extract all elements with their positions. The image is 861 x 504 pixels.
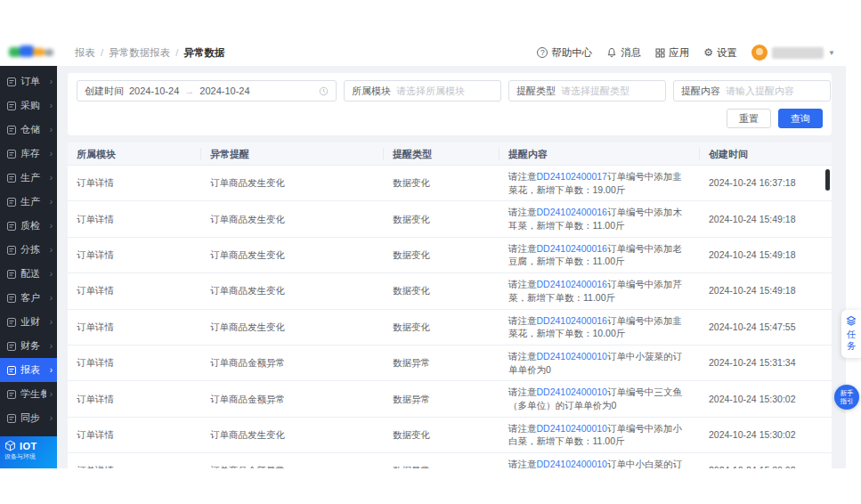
alert-content-label: 提醒内容 bbox=[681, 85, 720, 98]
cell-time: 2024-10-24 16:37:18 bbox=[700, 172, 832, 194]
query-button[interactable]: 查询 bbox=[778, 109, 823, 128]
order-number-link[interactable]: DD24102400010 bbox=[537, 351, 607, 362]
chevron-right-icon: › bbox=[50, 293, 53, 303]
sidebar-item-production[interactable]: 生产 › bbox=[0, 166, 57, 190]
sidebar-item-production-2[interactable]: 生产 › bbox=[0, 190, 57, 214]
settings-button[interactable]: ⚙ 设置 bbox=[703, 46, 737, 60]
order-number-link[interactable]: DD24102400010 bbox=[537, 423, 607, 434]
date-range-picker[interactable]: 创建时间 2024-10-24 → 2024-10-24 bbox=[77, 80, 337, 102]
menu-icon bbox=[6, 101, 17, 111]
module-select-input[interactable] bbox=[396, 85, 493, 96]
chevron-right-icon: › bbox=[50, 269, 53, 279]
table-row[interactable]: 订单详情 订单商品金额异常 数据异常 请注意DD24102400010订单中小菠… bbox=[68, 345, 832, 381]
sidebar-item-sorting[interactable]: 分拣 › bbox=[0, 238, 57, 262]
scrollbar-thumb[interactable] bbox=[825, 169, 830, 191]
menu-icon bbox=[6, 317, 17, 328]
table-row[interactable]: 订单详情 订单商品发生变化 数据变化 请注意DD24102400016订单编号中… bbox=[68, 273, 832, 309]
iot-title: IOT bbox=[20, 441, 37, 451]
table-row[interactable]: 订单详情 订单商品发生变化 数据变化 请注意DD24102400010订单编号中… bbox=[68, 418, 832, 453]
sidebar-item-sync[interactable]: 同步 › bbox=[0, 406, 57, 430]
alert-type-label: 提醒类型 bbox=[516, 85, 556, 98]
chevron-right-icon: › bbox=[50, 365, 53, 375]
breadcrumb-item[interactable]: 异常数据报表 bbox=[109, 46, 170, 60]
chevron-right-icon: › bbox=[50, 149, 53, 159]
order-number-link[interactable]: DD24102400016 bbox=[537, 279, 607, 289]
date-from-value[interactable]: 2024-10-24 bbox=[129, 85, 179, 96]
order-number-link[interactable]: DD24102400010 bbox=[537, 459, 607, 468]
settings-label: 设置 bbox=[717, 46, 737, 60]
reset-button[interactable]: 重置 bbox=[727, 109, 771, 128]
chevron-down-icon: ▼ bbox=[828, 49, 835, 57]
task-float-tab[interactable]: 任务 bbox=[841, 310, 861, 358]
apps-button[interactable]: 应用 bbox=[655, 46, 689, 60]
order-number-link[interactable]: DD24102400016 bbox=[537, 207, 607, 217]
column-header-type: 提醒类型 bbox=[384, 148, 500, 160]
table-row[interactable]: 订单详情 订单商品发生变化 数据变化 请注意DD24102400016订单编号中… bbox=[68, 238, 832, 273]
cell-type: 数据变化 bbox=[384, 280, 500, 302]
cell-type: 数据异常 bbox=[384, 388, 500, 411]
alert-content-input[interactable] bbox=[726, 85, 823, 96]
cell-content: 请注意DD24102400016订单编号中添加韭菜花，新增下单数：10.00斤 bbox=[500, 310, 700, 345]
sidebar-item-label: 分拣 bbox=[20, 243, 46, 256]
cell-module: 订单详情 bbox=[68, 388, 201, 411]
chevron-right-icon: › bbox=[50, 317, 53, 327]
menu-icon bbox=[6, 173, 17, 183]
cell-module: 订单详情 bbox=[68, 208, 201, 231]
order-number-link[interactable]: DD24102400010 bbox=[537, 386, 607, 397]
cell-module: 订单详情 bbox=[68, 459, 201, 468]
alert-type-select-input[interactable] bbox=[561, 85, 658, 96]
sidebar-item-delivery[interactable]: 配送 › bbox=[0, 262, 57, 286]
sidebar-item-finance[interactable]: 财务 › bbox=[0, 334, 57, 358]
sidebar-item-purchase[interactable]: 采购 › bbox=[0, 93, 57, 118]
guide-label-line1: 新手 bbox=[841, 389, 854, 397]
help-center-button[interactable]: ? 帮助中心 bbox=[537, 46, 592, 60]
sidebar-item-student-meals[interactable]: 学生餐 › bbox=[0, 382, 57, 406]
cell-time: 2024-10-24 15:49:18 bbox=[700, 280, 832, 302]
cell-time: 2024-10-24 15:30:02 bbox=[700, 388, 832, 411]
top-bar: 报表 异常数据报表 异常数据 ? 帮助中心 消息 bbox=[0, 39, 846, 66]
sidebar-menu: 订单 › 采购 › 仓储 › 库存 › bbox=[0, 69, 57, 430]
user-menu[interactable]: ▼ bbox=[751, 45, 835, 61]
results-table: 所属模块 异常提醒 提醒类型 提醒内容 创建时间 订单详情 订单商品发生变化 数… bbox=[68, 142, 832, 468]
cell-type: 数据异常 bbox=[384, 459, 500, 468]
sidebar-item-reports[interactable]: 报表 › bbox=[0, 358, 57, 382]
sidebar-item-label: 同步 bbox=[20, 411, 46, 425]
iot-badge[interactable]: IOT 设备与环境 bbox=[0, 436, 57, 468]
date-to-value[interactable]: 2024-10-24 bbox=[199, 85, 249, 96]
sidebar-item-label: 报表 bbox=[20, 363, 46, 377]
sidebar-item-business-finance[interactable]: 业财 › bbox=[0, 310, 57, 334]
sidebar-item-warehouse[interactable]: 仓储 › bbox=[0, 118, 57, 142]
messages-button[interactable]: 消息 bbox=[606, 46, 641, 60]
table-row[interactable]: 订单详情 订单商品金额异常 数据异常 请注意DD24102400010订单中小白… bbox=[68, 453, 832, 468]
clock-icon bbox=[319, 86, 329, 96]
guide-float-button[interactable]: 新手 指引 bbox=[834, 385, 859, 410]
breadcrumb-separator bbox=[101, 47, 103, 58]
breadcrumb-item[interactable]: 报表 bbox=[75, 46, 95, 60]
cell-alert: 订单商品发生变化 bbox=[201, 316, 384, 338]
table-row[interactable]: 订单详情 订单商品发生变化 数据变化 请注意DD24102400016订单编号中… bbox=[68, 310, 832, 345]
table-row[interactable]: 订单详情 订单商品发生变化 数据变化 请注意DD24102400017订单编号中… bbox=[68, 166, 832, 201]
order-number-link[interactable]: DD24102400017 bbox=[537, 171, 607, 182]
sidebar-item-qc[interactable]: 质检 › bbox=[0, 214, 57, 238]
cell-module: 订单详情 bbox=[68, 352, 201, 374]
cell-content: 请注意DD24102400010订单编号中三文鱼（多单位）的订单单价为0 bbox=[500, 381, 700, 416]
alert-content-field[interactable]: 提醒内容 bbox=[673, 80, 831, 102]
order-number-link[interactable]: DD24102400016 bbox=[537, 243, 607, 254]
cell-time: 2024-10-24 15:31:34 bbox=[700, 352, 832, 374]
cell-time: 2024-10-24 15:30:02 bbox=[700, 459, 832, 468]
menu-icon bbox=[6, 389, 17, 400]
cell-time: 2024-10-24 15:30:02 bbox=[700, 424, 832, 446]
cell-content: 请注意DD24102400010订单编号中添加小白菜，新增下单数：11.00斤 bbox=[500, 418, 700, 452]
sidebar-item-orders[interactable]: 订单 › bbox=[0, 69, 57, 93]
date-label: 创建时间 bbox=[85, 85, 124, 98]
table-row[interactable]: 订单详情 订单商品金额异常 数据异常 请注意DD24102400010订单编号中… bbox=[68, 381, 832, 417]
module-select[interactable]: 所属模块 bbox=[344, 80, 501, 102]
order-number-link[interactable]: DD24102400016 bbox=[537, 315, 607, 326]
sidebar-item-customers[interactable]: 客户 › bbox=[0, 286, 57, 310]
table-row[interactable]: 订单详情 订单商品发生变化 数据变化 请注意DD24102400016订单编号中… bbox=[68, 201, 832, 237]
chevron-right-icon: › bbox=[50, 341, 53, 351]
sidebar-item-inventory[interactable]: 库存 › bbox=[0, 142, 57, 166]
alert-type-select[interactable]: 提醒类型 bbox=[508, 80, 666, 102]
cell-time: 2024-10-24 15:49:18 bbox=[700, 208, 832, 231]
cell-content: 请注意DD24102400017订单编号中添加韭菜花，新增下单数：19.00斤 bbox=[500, 166, 700, 200]
